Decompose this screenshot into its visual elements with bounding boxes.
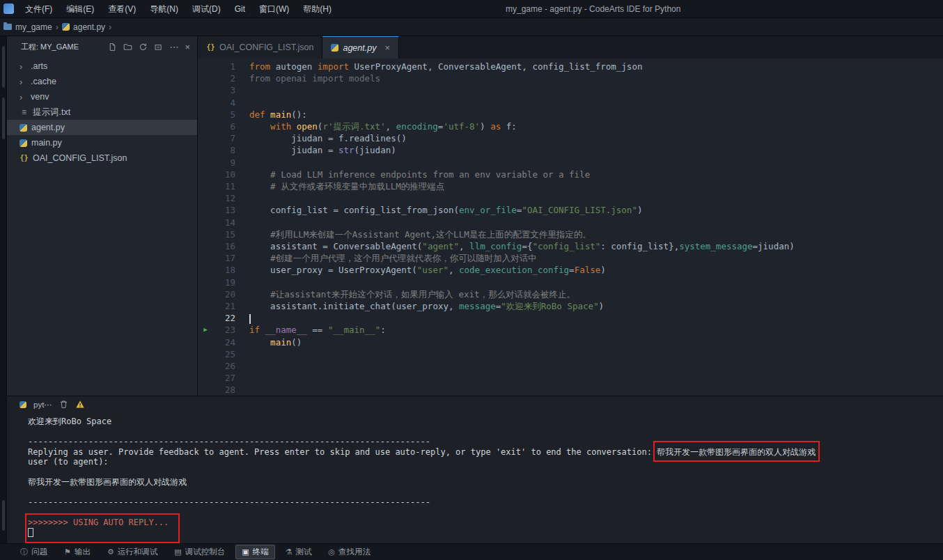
- panel-tab-icon: ▣: [242, 548, 249, 556]
- code-line[interactable]: 18 user_proxy = UserProxyAgent("user", c…: [198, 264, 943, 276]
- tree-item[interactable]: ›venv: [7, 89, 197, 104]
- gutter: 5: [198, 109, 249, 120]
- line-number: 17: [213, 252, 235, 264]
- line-number: 8: [213, 144, 235, 156]
- gutter: 15: [198, 228, 249, 240]
- python-file-icon: [20, 401, 26, 408]
- gutter: 10: [198, 169, 249, 180]
- menu-item[interactable]: 导航(N): [143, 0, 185, 18]
- panel-tab[interactable]: ▣终端: [235, 545, 274, 559]
- code-line[interactable]: 22: [198, 312, 943, 324]
- gutter: 4: [198, 97, 249, 109]
- menu-bar: 文件(F)编辑(E)查看(V)导航(N)调试(D)Git窗口(W)帮助(H) m…: [0, 0, 943, 18]
- panel-tab[interactable]: ▤调试控制台: [168, 545, 231, 559]
- terminal-line: [28, 427, 943, 437]
- terminal-line: [28, 467, 943, 478]
- panel-tab[interactable]: ⓘ问题: [14, 545, 54, 559]
- code-line[interactable]: 7 jiudan = f.readlines(): [198, 132, 943, 144]
- more-actions-icon[interactable]: ⋯: [169, 42, 178, 52]
- py-file-icon: [20, 124, 27, 132]
- tree-item[interactable]: ›.cache: [7, 74, 197, 89]
- breadcrumb-project[interactable]: my_game: [15, 22, 52, 32]
- code-line[interactable]: 25: [198, 348, 943, 360]
- terminal-output[interactable]: 欢迎来到RoBo Space--------------------------…: [7, 412, 943, 543]
- gutter-space: [198, 97, 213, 109]
- code-line[interactable]: 8 jiudan = str(jiudan): [198, 144, 943, 156]
- code-editor[interactable]: 1from autogen import UserProxyAgent, Con…: [198, 59, 943, 396]
- gutter: 9: [198, 157, 249, 169]
- menu-item[interactable]: Git: [228, 0, 252, 18]
- gutter-space: [198, 348, 213, 360]
- menu-item[interactable]: 帮助(H): [296, 0, 338, 18]
- code-line[interactable]: 27: [198, 372, 943, 384]
- code-line[interactable]: 4: [198, 97, 943, 109]
- new-file-icon[interactable]: [108, 42, 117, 52]
- terminal-line: user (to agent):: [28, 457, 943, 467]
- code-line[interactable]: 24 main(): [198, 336, 943, 348]
- kill-terminal-icon[interactable]: [59, 400, 68, 409]
- tree-item[interactable]: ›.arts: [7, 59, 197, 74]
- terminal-tab[interactable]: pyt⋯: [33, 400, 52, 410]
- panel-tab[interactable]: ◎查找用法: [322, 545, 377, 559]
- breadcrumb-file[interactable]: agent.py: [73, 22, 105, 32]
- code-line[interactable]: 11 # 从文件或者环境变量中加载LLM的推理端点: [198, 180, 943, 192]
- menu-item[interactable]: 窗口(W): [252, 0, 296, 18]
- code-line[interactable]: 2from openai import models: [198, 72, 943, 84]
- gutter: 26: [198, 360, 249, 372]
- code-line[interactable]: 20 #让assistant来开始这个对话，如果用户输入 exit，那么对话就会…: [198, 288, 943, 300]
- panel-tab-label: 问题: [31, 547, 47, 557]
- code-line[interactable]: 28: [198, 384, 943, 396]
- code-line[interactable]: 5def main():: [198, 109, 943, 120]
- code-line[interactable]: 26: [198, 360, 943, 372]
- tree-item[interactable]: agent.py: [7, 120, 197, 135]
- code-line[interactable]: 1from autogen import UserProxyAgent, Con…: [198, 61, 943, 72]
- code-line[interactable]: 21 assistant.initiate_chat(user_proxy, m…: [198, 300, 943, 312]
- code-line[interactable]: 19: [198, 277, 943, 288]
- code-line[interactable]: 12: [198, 192, 943, 204]
- run-marker-icon[interactable]: ▶: [198, 324, 213, 336]
- tree-item[interactable]: {}OAI_CONFIG_LIST.json: [7, 150, 197, 166]
- panel-tab-label: 终端: [253, 547, 269, 557]
- code-line[interactable]: 17 #创建一个用户代理，这个用户代理就代表你，你可以随时加入对话中: [198, 252, 943, 264]
- code-line[interactable]: 6 with open(r'提示词.txt', encoding='utf-8'…: [198, 120, 943, 132]
- code-line[interactable]: 10 # Load LLM inference endpoints from a…: [198, 169, 943, 180]
- code-line[interactable]: 16 assistant = ConversableAgent("agent",…: [198, 240, 943, 252]
- editor-tab[interactable]: agent.py×: [322, 36, 399, 59]
- terminal-line: Replying as user. Provide feedback to ag…: [28, 447, 943, 458]
- collapse-all-icon[interactable]: [154, 42, 163, 52]
- code-line[interactable]: ▶23if __name__ == "__main__":: [198, 324, 943, 336]
- terminal-cursor: [28, 528, 33, 537]
- app-logo-icon: [3, 3, 14, 14]
- tree-item[interactable]: main.py: [7, 135, 197, 150]
- close-icon[interactable]: ×: [384, 42, 390, 53]
- warning-icon[interactable]: [75, 400, 85, 409]
- code-line[interactable]: 9: [198, 157, 943, 169]
- gutter: 8: [198, 144, 249, 156]
- gutter-space: [198, 264, 213, 276]
- menu-item[interactable]: 调试(D): [185, 0, 228, 18]
- panel-tab[interactable]: ⚗测试: [279, 545, 318, 559]
- code-line[interactable]: 3: [198, 84, 943, 96]
- gutter: 12: [198, 192, 249, 204]
- explorer-header: 工程: MY_GAME ⋯ ×: [7, 36, 197, 57]
- file-name: agent.py: [31, 123, 65, 132]
- tree-item[interactable]: ≡提示词.txt: [7, 104, 197, 120]
- gutter: 6: [198, 120, 249, 132]
- code-line[interactable]: 13 config_list = config_list_from_json(e…: [198, 204, 943, 216]
- refresh-icon[interactable]: [139, 42, 148, 52]
- file-name: venv: [31, 92, 49, 102]
- menu-item[interactable]: 文件(F): [18, 0, 59, 18]
- panel-tab[interactable]: ⚑输出: [58, 545, 97, 559]
- code-line[interactable]: 15 #利用LLM来创建一个Assistant Agent,这个LLM是在上面的…: [198, 228, 943, 240]
- menu-item[interactable]: 查看(V): [101, 0, 143, 18]
- editor-tab[interactable]: {}OAI_CONFIG_LIST.json: [198, 36, 322, 59]
- code-line[interactable]: 14: [198, 217, 943, 228]
- chevron-right-icon: ›: [109, 22, 111, 32]
- close-panel-icon[interactable]: ×: [185, 42, 190, 52]
- new-folder-icon[interactable]: [123, 42, 132, 52]
- terminal-header: pyt⋯: [7, 396, 943, 412]
- menu-item[interactable]: 编辑(E): [59, 0, 101, 18]
- panel-tab[interactable]: ⚙运行和调试: [101, 545, 164, 559]
- panel-tab-icon: ◎: [328, 548, 335, 556]
- gutter-space: [198, 61, 213, 72]
